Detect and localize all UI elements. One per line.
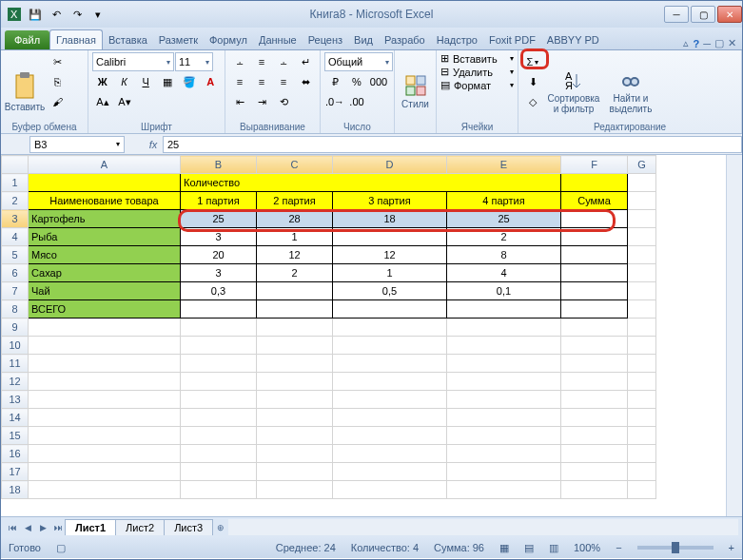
zoom-out-button[interactable]: − <box>616 542 621 553</box>
tab-data[interactable]: Данные <box>253 30 303 49</box>
tab-insert[interactable]: Вставка <box>103 30 153 49</box>
align-middle-button[interactable]: ≡ <box>251 52 272 71</box>
cell-E10[interactable] <box>447 337 561 355</box>
col-header-C[interactable]: C <box>257 156 333 174</box>
cell-E18[interactable] <box>447 481 561 499</box>
cell-A7[interactable]: Чай <box>29 282 181 300</box>
cell-B8[interactable] <box>181 300 257 319</box>
increase-decimal-button[interactable]: .0→ <box>324 92 345 111</box>
cell-E14[interactable] <box>447 409 561 427</box>
cell-F11[interactable] <box>561 355 628 373</box>
row-header-16[interactable]: 16 <box>2 445 29 463</box>
cell-B4[interactable]: 3 <box>181 228 257 246</box>
cell-B1[interactable]: Количество <box>181 174 257 192</box>
cell-A17[interactable] <box>29 463 181 481</box>
cell-D11[interactable] <box>333 355 447 373</box>
sheet-tab-2[interactable]: Лист2 <box>115 519 165 535</box>
cell-G12[interactable] <box>628 373 656 391</box>
row-header-8[interactable]: 8 <box>2 300 29 319</box>
format-cells-button[interactable]: ▤Формат▾ <box>440 79 514 91</box>
cell-A5[interactable]: Мясо <box>29 246 181 264</box>
cell-A2[interactable]: Наименование товара <box>29 192 181 210</box>
cell-A3[interactable]: Картофель <box>29 210 181 228</box>
bold-button[interactable]: Ж <box>92 72 113 91</box>
cell-G6[interactable] <box>628 264 656 282</box>
comma-button[interactable]: 000 <box>368 72 389 91</box>
cell-F5[interactable] <box>561 246 628 264</box>
cell-E6[interactable]: 4 <box>447 264 561 282</box>
cell-A8[interactable]: ВСЕГО <box>29 300 181 319</box>
cell-D13[interactable] <box>333 391 447 409</box>
cell-C4[interactable]: 1 <box>257 228 333 246</box>
cell-D1[interactable] <box>333 174 447 192</box>
cell-F17[interactable] <box>561 463 628 481</box>
cell-F8[interactable] <box>561 300 628 319</box>
row-header-7[interactable]: 7 <box>2 282 29 300</box>
font-name-combo[interactable]: Calibri▾ <box>92 52 174 71</box>
font-size-combo[interactable]: 11▾ <box>175 52 213 71</box>
cell-D5[interactable]: 12 <box>333 246 447 264</box>
cell-G17[interactable] <box>628 463 656 481</box>
cell-D4[interactable] <box>333 228 447 246</box>
cell-E7[interactable]: 0,1 <box>447 282 561 300</box>
cell-E17[interactable] <box>447 463 561 481</box>
sort-filter-button[interactable]: AЯ Сортировка и фильтр <box>545 52 602 131</box>
cell-D10[interactable] <box>333 337 447 355</box>
ribbon-minimize-icon[interactable]: ▵ <box>683 37 689 49</box>
cell-B7[interactable]: 0,3 <box>181 282 257 300</box>
cell-G10[interactable] <box>628 337 656 355</box>
file-tab[interactable]: Файл <box>5 30 49 49</box>
row-header-3[interactable]: 3 <box>2 210 29 228</box>
cell-D14[interactable] <box>333 409 447 427</box>
cell-D2[interactable]: 3 партия <box>333 192 447 210</box>
redo-button[interactable]: ↷ <box>68 5 87 24</box>
cell-E5[interactable]: 8 <box>447 246 561 264</box>
col-header-D[interactable]: D <box>333 156 447 174</box>
cell-A11[interactable] <box>29 355 181 373</box>
cell-A1[interactable] <box>29 174 181 192</box>
cell-E16[interactable] <box>447 445 561 463</box>
align-top-button[interactable]: ⫠ <box>229 52 250 71</box>
new-sheet-button[interactable]: ⊕ <box>213 520 228 535</box>
row-header-4[interactable]: 4 <box>2 228 29 246</box>
cell-C7[interactable] <box>257 282 333 300</box>
cell-C6[interactable]: 2 <box>257 264 333 282</box>
cell-B13[interactable] <box>181 391 257 409</box>
mdi-restore[interactable]: ▢ <box>714 37 724 49</box>
view-pagebreak-button[interactable]: ▥ <box>549 542 558 554</box>
cell-C8[interactable] <box>257 300 333 319</box>
cell-G2[interactable] <box>628 192 656 210</box>
cell-D8[interactable] <box>333 300 447 319</box>
find-select-button[interactable]: Найти и выделить <box>604 52 657 131</box>
cell-F9[interactable] <box>561 319 628 337</box>
worksheet[interactable]: ABCDEFG1Количество2Наименование товара1 … <box>1 155 742 516</box>
cell-B11[interactable] <box>181 355 257 373</box>
cell-E4[interactable]: 2 <box>447 228 561 246</box>
cell-D7[interactable]: 0,5 <box>333 282 447 300</box>
cell-F4[interactable] <box>561 228 628 246</box>
cell-B12[interactable] <box>181 373 257 391</box>
undo-button[interactable]: ↶ <box>47 5 66 24</box>
cell-E8[interactable] <box>447 300 561 319</box>
row-header-5[interactable]: 5 <box>2 246 29 264</box>
cell-C3[interactable]: 28 <box>257 210 333 228</box>
clear-button[interactable]: ◇ <box>522 92 543 111</box>
col-header-G[interactable]: G <box>628 156 656 174</box>
sheet-nav-prev[interactable]: ◀ <box>20 520 35 535</box>
paste-button[interactable]: Вставить <box>5 52 45 131</box>
row-header-15[interactable]: 15 <box>2 427 29 445</box>
row-header-12[interactable]: 12 <box>2 373 29 391</box>
number-format-combo[interactable]: Общий▾ <box>324 52 393 71</box>
cell-G11[interactable] <box>628 355 656 373</box>
tab-view[interactable]: Вид <box>348 30 379 49</box>
cell-C17[interactable] <box>257 463 333 481</box>
excel-icon[interactable]: X <box>5 5 24 24</box>
sheet-tab-1[interactable]: Лист1 <box>65 519 116 535</box>
cell-E2[interactable]: 4 партия <box>447 192 561 210</box>
cell-B10[interactable] <box>181 337 257 355</box>
cell-C13[interactable] <box>257 391 333 409</box>
mdi-close[interactable]: ✕ <box>728 37 736 49</box>
cell-D3[interactable]: 18 <box>333 210 447 228</box>
cell-C18[interactable] <box>257 481 333 499</box>
cell-A18[interactable] <box>29 481 181 499</box>
